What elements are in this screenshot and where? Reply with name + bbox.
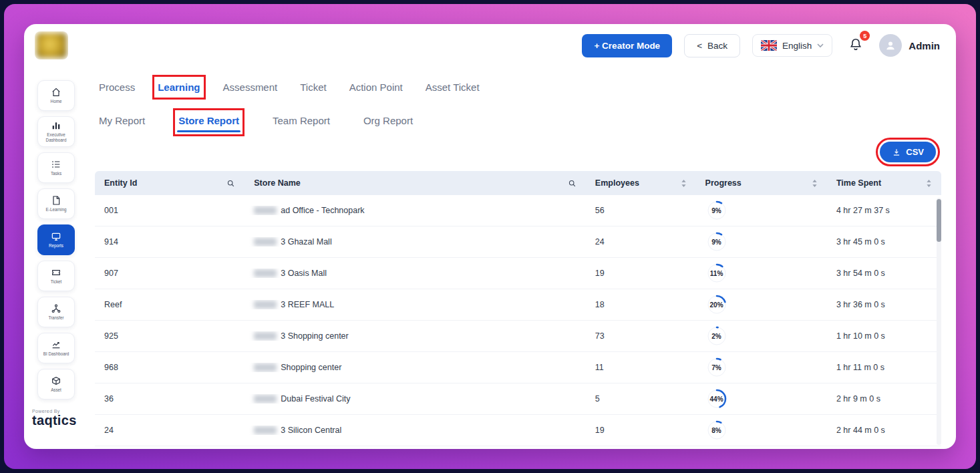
taqtics-logo: taqtics bbox=[32, 414, 77, 428]
entity-id-cell: 925 bbox=[95, 331, 244, 341]
main-content: ProcessLearningAssessmentTicketAction Po… bbox=[88, 67, 956, 449]
sort-icon[interactable] bbox=[812, 179, 818, 188]
table-row[interactable]: 36Dubai Festival City544%2 hr 9 m 0 s bbox=[95, 383, 941, 415]
subtab-org-report[interactable]: Org Report bbox=[362, 112, 414, 132]
progress-label: 9% bbox=[705, 199, 728, 222]
entity-id-cell: Reef bbox=[95, 300, 244, 309]
download-icon bbox=[892, 148, 901, 157]
table-row-partial bbox=[95, 446, 941, 449]
redacted-text bbox=[254, 238, 277, 246]
table-row[interactable]: Reef3 REEF MALL1820%3 hr 36 m 0 s bbox=[95, 289, 941, 321]
progress-label: 9% bbox=[705, 230, 728, 253]
entity-id-cell: 36 bbox=[95, 394, 244, 404]
column-header-time-spent[interactable]: Time Spent bbox=[827, 178, 941, 188]
redacted-text bbox=[254, 426, 277, 434]
store-name-text: 3 Oasis Mall bbox=[281, 269, 327, 278]
time-spent-cell: 3 hr 36 m 0 s bbox=[827, 300, 941, 309]
sort-icon[interactable] bbox=[681, 179, 687, 188]
notification-badge: 5 bbox=[860, 31, 870, 41]
report-type-tabs: ProcessLearningAssessmentTicketAction Po… bbox=[95, 76, 941, 102]
tab-process[interactable]: Process bbox=[98, 79, 136, 96]
store-name-cell: 3 Silicon Central bbox=[244, 426, 586, 435]
sidebar-item-label: Reports bbox=[49, 243, 63, 249]
sidebar-item-ticket[interactable]: Ticket bbox=[37, 261, 75, 291]
sidebar-item-tasks[interactable]: Tasks bbox=[37, 152, 75, 183]
column-header-progress[interactable]: Progress bbox=[696, 178, 827, 188]
column-label: Time Spent bbox=[836, 178, 881, 188]
progress-label: 11% bbox=[705, 262, 728, 285]
column-header-store-name[interactable]: Store Name bbox=[244, 178, 586, 188]
table-row[interactable]: 001ad Office - Technopark569%4 hr 27 m 3… bbox=[95, 195, 941, 226]
brand-block: Powered Bytaqtics bbox=[24, 409, 77, 428]
progress-ring: 7% bbox=[705, 356, 728, 379]
tab-assessment[interactable]: Assessment bbox=[222, 79, 279, 96]
redacted-text bbox=[254, 269, 277, 277]
table-row[interactable]: 9143 Ghazal Mall249%3 hr 45 m 0 s bbox=[95, 226, 941, 258]
app-logo-image bbox=[36, 33, 67, 58]
store-name-cell: Shopping center bbox=[244, 363, 586, 372]
back-button-label: Back bbox=[707, 41, 727, 51]
app-logo bbox=[35, 31, 68, 59]
column-label: Progress bbox=[705, 178, 742, 188]
search-icon[interactable] bbox=[226, 179, 235, 188]
tab-ticket[interactable]: Ticket bbox=[299, 79, 327, 96]
table-row[interactable]: 243 Silicon Central198%2 hr 44 m 0 s bbox=[95, 415, 941, 446]
store-name-cell: 3 Oasis Mall bbox=[244, 269, 586, 278]
subtab-team-report[interactable]: Team Report bbox=[271, 112, 331, 132]
employees-cell: 11 bbox=[586, 363, 696, 372]
table-row[interactable]: 968Shopping center117%1 hr 11 m 0 s bbox=[95, 352, 941, 383]
progress-cell: 44% bbox=[696, 387, 827, 410]
progress-cell: 11% bbox=[696, 262, 827, 285]
sort-icon[interactable] bbox=[926, 179, 932, 188]
tab-asset-ticket[interactable]: Asset Ticket bbox=[424, 79, 481, 96]
employees-cell: 18 bbox=[586, 300, 696, 309]
sidebar-item-e-learning[interactable]: E-Learning bbox=[37, 188, 75, 219]
tab-action-point[interactable]: Action Point bbox=[348, 79, 404, 96]
column-label: Employees bbox=[595, 178, 639, 188]
table-body: 001ad Office - Technopark569%4 hr 27 m 3… bbox=[95, 195, 941, 449]
reports-icon bbox=[51, 231, 61, 242]
employees-cell: 24 bbox=[586, 237, 696, 247]
language-selector[interactable]: English bbox=[752, 34, 832, 57]
search-icon[interactable] bbox=[568, 179, 577, 188]
sidebar: HomeExecutive DashboardTasksE-LearningRe… bbox=[24, 67, 88, 449]
user-label: Admin bbox=[909, 40, 940, 51]
time-spent-cell: 2 hr 44 m 0 s bbox=[827, 426, 941, 435]
ticket-icon bbox=[51, 267, 61, 278]
back-chevron-icon: < bbox=[697, 41, 702, 51]
user-menu[interactable]: Admin bbox=[879, 34, 940, 57]
progress-label: 2% bbox=[705, 325, 728, 347]
back-button[interactable]: < Back bbox=[684, 34, 740, 57]
table-row[interactable]: 9253 Shopping center732%1 hr 10 m 0 s bbox=[95, 321, 941, 352]
progress-cell: 8% bbox=[696, 419, 827, 442]
column-header-employees[interactable]: Employees bbox=[586, 178, 696, 188]
sidebar-item-reports[interactable]: Reports bbox=[37, 224, 75, 255]
notifications-button[interactable]: 5 bbox=[844, 34, 867, 57]
sidebar-item-transfer[interactable]: Transfer bbox=[37, 297, 75, 327]
sidebar-item-asset[interactable]: Asset bbox=[37, 369, 75, 400]
csv-export-button[interactable]: CSV bbox=[880, 142, 936, 162]
sidebar-item-label: E-Learning bbox=[46, 207, 67, 212]
app-window: + Creator Mode < Back English bbox=[24, 24, 956, 449]
table-row[interactable]: 9073 Oasis Mall1911%3 hr 54 m 0 s bbox=[95, 258, 941, 289]
store-name-text: 3 REEF MALL bbox=[281, 300, 334, 309]
sidebar-item-label: Transfer bbox=[48, 315, 63, 321]
subtab-store-report[interactable]: Store Report bbox=[177, 112, 240, 132]
store-name-text: ad Office - Technopark bbox=[281, 206, 364, 215]
sidebar-item-executive-dashboard[interactable]: Executive Dashboard bbox=[37, 116, 75, 147]
progress-ring: 8% bbox=[705, 419, 728, 442]
progress-ring: 9% bbox=[705, 199, 728, 222]
employees-cell: 73 bbox=[586, 331, 696, 341]
sidebar-item-home[interactable]: Home bbox=[37, 80, 75, 111]
progress-ring: 20% bbox=[705, 293, 728, 316]
tab-learning[interactable]: Learning bbox=[156, 79, 201, 96]
creator-mode-button[interactable]: + Creator Mode bbox=[582, 34, 672, 57]
column-header-entity-id[interactable]: Entity Id bbox=[95, 178, 244, 188]
scrollbar-thumb[interactable] bbox=[937, 199, 941, 242]
sidebar-item-bi-dashboard[interactable]: BI Dashboard bbox=[37, 333, 75, 363]
column-label: Entity Id bbox=[104, 178, 137, 188]
entity-id-cell: 968 bbox=[95, 363, 244, 372]
home-icon bbox=[51, 87, 61, 98]
redacted-text bbox=[254, 332, 277, 340]
subtab-my-report[interactable]: My Report bbox=[98, 112, 146, 132]
